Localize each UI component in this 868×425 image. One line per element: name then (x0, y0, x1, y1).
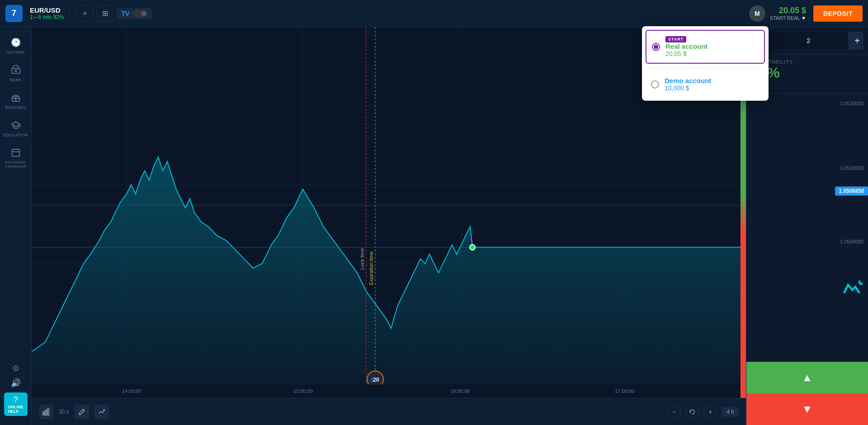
x-axis: 14:00:00 15:00:00 16:00:00 17:00:00 (32, 384, 746, 398)
trade-buttons: ▲ ▼ (746, 362, 868, 425)
real-account-texts: START Real account 20.05 $ (665, 36, 708, 57)
demo-account-option[interactable]: Demo account 10,000 $ (646, 71, 765, 97)
online-help-button[interactable]: ? ONLINEHELP (4, 392, 28, 416)
account-dropdown: START Real account 20.05 $ Demo account … (642, 26, 769, 101)
svg-rect-22 (45, 410, 47, 415)
sidebar-bottom: ⚙ 🔊 ? ONLINEHELP (4, 364, 28, 420)
real-account-name: Real account (665, 42, 708, 50)
bar-chart-icon[interactable] (39, 405, 53, 419)
svg-rect-23 (47, 409, 49, 415)
demo-account-name: Demo account (665, 77, 711, 84)
dropdown-divider (646, 67, 764, 68)
plus-icon: ＋ (81, 9, 89, 18)
real-account-radio[interactable] (652, 43, 660, 51)
chart-controls-right: − + 4 h (668, 406, 739, 418)
divider-1 (69, 5, 70, 22)
sidebar-left: 🕐 HISTORY BANK BONUSES EDUCATI (0, 27, 32, 425)
trading-icon (841, 276, 866, 300)
sidebar-item-education[interactable]: EDUCATION (0, 114, 31, 142)
sidebar-label-history: HISTORY (6, 50, 25, 55)
svg-rect-21 (43, 412, 44, 415)
price-label-2: 1.0510000 (840, 165, 863, 171)
history-icon: 🕐 (9, 36, 22, 49)
chart-bottom-bar: 30 s − + 4 h (32, 398, 746, 425)
account-info[interactable]: M 20.05 $ START REAL ▼ (749, 5, 806, 22)
trade-up-button[interactable]: ▲ (746, 362, 868, 393)
time-label-1600: 16:00:00 (451, 388, 470, 394)
pair-timeframe: 1—5 min 92% (30, 14, 64, 20)
help-label: ONLINEHELP (8, 405, 23, 414)
logo: 7 (5, 5, 23, 22)
svg-text::20: :20 (371, 377, 379, 383)
real-account-option[interactable]: START Real account 20.05 $ (646, 30, 765, 64)
trend-tool-button[interactable] (94, 405, 109, 419)
time-label-1700: 17:00:00 (615, 388, 634, 394)
sidebar-item-bonuses[interactable]: BONUSES (0, 87, 31, 114)
zoom-in-button[interactable]: + (704, 406, 717, 418)
svg-rect-0 (11, 68, 19, 73)
header-right: M 20.05 $ START REAL ▼ DEPOSIT (749, 5, 863, 22)
sidebar-item-calendar[interactable]: ECONOMIC CALENDAR (0, 142, 31, 173)
deposit-button[interactable]: DEPOSIT (813, 5, 863, 22)
current-price-badge: 1.0506850 (835, 187, 868, 196)
sidebar-label-bank: BANK (10, 78, 22, 82)
help-icon: ? (13, 395, 18, 405)
down-arrow-icon: ▼ (802, 403, 813, 416)
logo-text: 7 (12, 9, 16, 18)
trade-down-button[interactable]: ▼ (746, 393, 868, 425)
up-arrow-icon: ▲ (802, 371, 813, 384)
zoom-reset-button[interactable] (686, 406, 698, 418)
chart-svg: Lock time Expiration time :20 (32, 27, 746, 398)
svg-point-1 (15, 70, 17, 72)
zoom-out-button[interactable]: − (668, 406, 680, 418)
demo-account-texts: Demo account 10,000 $ (665, 77, 711, 92)
trade-amount-input[interactable] (769, 37, 848, 44)
sidebar-item-bank[interactable]: BANK (0, 59, 31, 87)
tv-text: TV (121, 10, 129, 17)
real-account-amount: 20.05 $ (665, 50, 708, 57)
calendar-icon (9, 146, 22, 159)
price-label-3: 1.0500000 (840, 239, 863, 244)
time-label-1500: 15:00:00 (293, 388, 313, 394)
svg-text:Expiration time: Expiration time (368, 251, 374, 285)
pair-name: EUR/USD (30, 6, 64, 14)
bank-icon (9, 64, 22, 76)
account-balance: 20.05 $ START REAL ▼ (770, 6, 806, 21)
tradingview-button[interactable]: TV (117, 8, 152, 19)
tv-toggle[interactable] (133, 10, 147, 17)
timeframe-button[interactable]: 4 h (722, 407, 739, 417)
price-label-1: 1.0520000 (840, 101, 863, 106)
price-scale-area: 1.0520000 1.0510000 1.0506850 1.0500000 … (746, 55, 868, 362)
education-icon (9, 119, 22, 131)
pair-info: EUR/USD 1—5 min 92% (30, 6, 64, 20)
sidebar-label-bonuses: BONUSES (5, 105, 26, 110)
svg-rect-3 (12, 149, 19, 157)
sidebar-label-calendar: ECONOMIC CALENDAR (0, 160, 31, 168)
sidebar-item-history[interactable]: 🕐 HISTORY (0, 32, 31, 59)
account-type: START REAL ▼ (770, 15, 806, 21)
layout-button[interactable]: ⊞ (97, 5, 113, 22)
pencil-tool-button[interactable] (75, 405, 89, 419)
header: 7 EUR/USD 1—5 min 92% ＋ ⊞ TV M 20.05 $ (0, 0, 868, 27)
demo-account-amount: 10,000 $ (665, 84, 711, 92)
add-chart-button[interactable]: ＋ (77, 5, 93, 22)
chart-area: Lock time Expiration time :20 (32, 27, 746, 398)
svg-point-16 (470, 244, 475, 250)
sidebar-label-education: EDUCATION (3, 133, 28, 137)
start-badge: START (665, 36, 686, 42)
increase-amount-button[interactable]: + (848, 32, 863, 50)
sound-icon[interactable]: 🔊 (11, 378, 21, 388)
balance-amount: 20.05 $ (779, 6, 806, 15)
avatar: M (749, 5, 765, 22)
time-label-1400: 14:00:00 (122, 388, 142, 394)
bonuses-icon (9, 91, 22, 104)
layout-icon: ⊞ (102, 9, 108, 18)
svg-text:Lock time: Lock time (359, 248, 365, 270)
candle-duration: 30 s (59, 409, 69, 415)
demo-account-radio[interactable] (651, 80, 659, 89)
settings-icon[interactable]: ⚙ (12, 364, 19, 374)
